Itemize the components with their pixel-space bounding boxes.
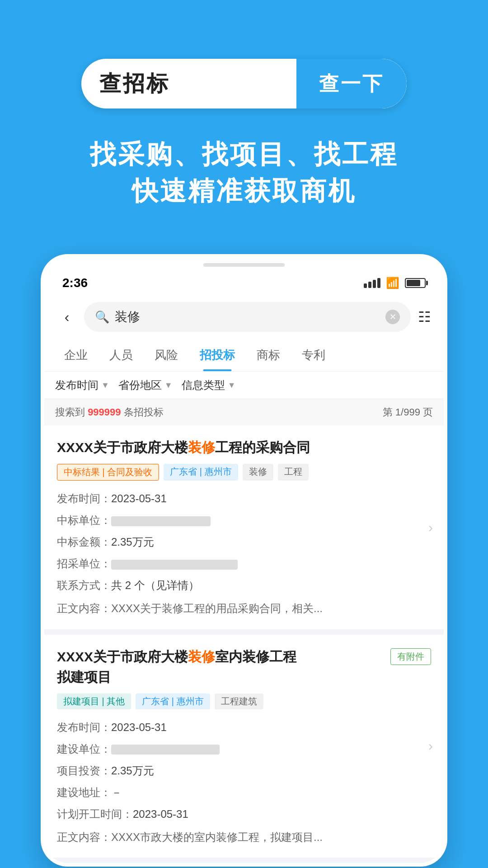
field-builder: 建设单位： (57, 738, 431, 760)
card-1-content: 正文内容：XXXX关于装修工程的用品采购合同，相关... (57, 600, 431, 617)
hero-line2: 快速精准获取商机 (90, 172, 398, 209)
search-icon: 🔍 (95, 310, 109, 324)
phone-notch (203, 263, 285, 267)
tab-enterprise[interactable]: 企业 (53, 339, 99, 371)
search-button[interactable]: 查一下 (296, 59, 407, 108)
hero-text: 找采购、找项目、找工程 快速精准获取商机 (90, 136, 398, 209)
filter-info-type[interactable]: 信息类型 ▼ (182, 378, 236, 392)
field-address: 建设地址：－ (57, 782, 431, 803)
app-search-input[interactable]: 🔍 装修 ✕ (84, 302, 411, 332)
tag-result-type: 中标结果 | 合同及验收 (57, 464, 159, 481)
status-bar: 2:36 📶 (44, 267, 444, 295)
search-input-label: 查招标 (99, 69, 170, 98)
tag-category2: 工程 (278, 464, 309, 481)
clear-button[interactable]: ✕ (385, 310, 400, 324)
card-2-info: 发布时间：2023-05-31 建设单位： 项目投资：2.35万元 建设地址：－… (57, 717, 431, 825)
tab-patent[interactable]: 专利 (291, 339, 336, 371)
top-section: 查招标 查一下 找采购、找项目、找工程 快速精准获取商机 (0, 0, 488, 236)
tag-category3: 工程建筑 (215, 693, 263, 709)
field-amount: 中标金额：2.35万元 (57, 531, 431, 553)
results-prefix: 搜索到 (55, 406, 88, 418)
result-card-2[interactable]: XXXX关于市政府大楼装修室内装修工程 拟建项目 有附件 拟建项目 | 其他 广… (44, 635, 444, 863)
field-publish-time2: 发布时间：2023-05-31 (57, 717, 431, 738)
results-suffix: 条招投标 (121, 406, 164, 418)
results-count: 999999 (88, 406, 121, 418)
main-search-bar[interactable]: 查招标 查一下 (81, 59, 407, 108)
blurred-purchaser (111, 560, 238, 570)
back-button[interactable]: ‹ (57, 309, 77, 326)
results-summary: 搜索到 999999 条招投标 (55, 406, 164, 419)
chevron-down-icon: ▼ (101, 381, 109, 390)
search-input-area[interactable]: 查招标 (81, 59, 296, 108)
status-icons: 📶 (364, 277, 426, 289)
status-time: 2:36 (62, 276, 88, 290)
search-value: 装修 (115, 308, 380, 326)
chevron-right-icon: › (428, 520, 433, 535)
card-2-title: XXXX关于市政府大楼装修室内装修工程 拟建项目 (57, 646, 390, 687)
app-search-row: ‹ 🔍 装修 ✕ ☷ (44, 295, 444, 339)
wifi-icon: 📶 (386, 277, 399, 289)
result-card-1[interactable]: XXXX关于市政府大楼装修工程的采购合同 中标结果 | 合同及验收 广东省 | … (44, 425, 444, 634)
field-contact: 联系方式：共 2 个（见详情） (57, 575, 431, 596)
hero-line1: 找采购、找项目、找工程 (90, 136, 398, 172)
tabs-row: 企业 人员 风险 招投标 商标 专利 (44, 339, 444, 372)
tab-bidding[interactable]: 招投标 (189, 339, 246, 371)
chevron-down-icon: ▼ (228, 381, 236, 390)
phone-mockup: 2:36 📶 ‹ 🔍 装修 ✕ ☷ 企业 人员 (41, 254, 447, 867)
field-start-time: 计划开工时间：2023-05-31 (57, 803, 431, 825)
signal-icon (364, 278, 380, 288)
filter-icon[interactable]: ☷ (418, 308, 431, 326)
card-1-info: 发布时间：2023-05-31 中标单位： 中标金额：2.35万元 招采单位： … (57, 488, 431, 596)
tag-region: 广东省 | 惠州市 (164, 464, 238, 481)
page-info: 第 1/999 页 (383, 406, 433, 419)
field-winner: 中标单位： (57, 509, 431, 531)
blurred-builder (111, 745, 220, 755)
tab-risk[interactable]: 风险 (144, 339, 189, 371)
card-1-tags: 中标结果 | 合同及验收 广东省 | 惠州市 装修 工程 (57, 464, 431, 481)
tab-personnel[interactable]: 人员 (99, 339, 144, 371)
battery-icon (405, 278, 426, 288)
results-info: 搜索到 999999 条招投标 第 1/999 页 (44, 399, 444, 425)
tag-category1: 装修 (243, 464, 273, 481)
chevron-down-icon: ▼ (164, 381, 173, 390)
tag-region2: 广东省 | 惠州市 (136, 693, 210, 709)
phone-container: 2:36 📶 ‹ 🔍 装修 ✕ ☷ 企业 人员 (0, 254, 488, 867)
tab-trademark[interactable]: 商标 (246, 339, 291, 371)
field-purchaser: 招采单位： (57, 553, 431, 575)
filter-region[interactable]: 省份地区 ▼ (118, 378, 173, 392)
filter-publish-time[interactable]: 发布时间 ▼ (55, 378, 109, 392)
blurred-winner (111, 516, 211, 526)
filter-row: 发布时间 ▼ 省份地区 ▼ 信息类型 ▼ (44, 372, 444, 399)
field-publish-time: 发布时间：2023-05-31 (57, 488, 431, 509)
card-2-tags: 拟建项目 | 其他 广东省 | 惠州市 工程建筑 (57, 693, 431, 709)
field-investment: 项目投资：2.35万元 (57, 760, 431, 782)
attachment-badge: 有附件 (390, 648, 431, 665)
card-2-content: 正文内容：XXXX市政大楼的室内装修工程，拟建项目... (57, 829, 431, 846)
card-1-title: XXXX关于市政府大楼装修工程的采购合同 (57, 437, 431, 458)
tag-project-type: 拟建项目 | 其他 (57, 693, 131, 709)
chevron-right-icon2: › (428, 738, 433, 754)
